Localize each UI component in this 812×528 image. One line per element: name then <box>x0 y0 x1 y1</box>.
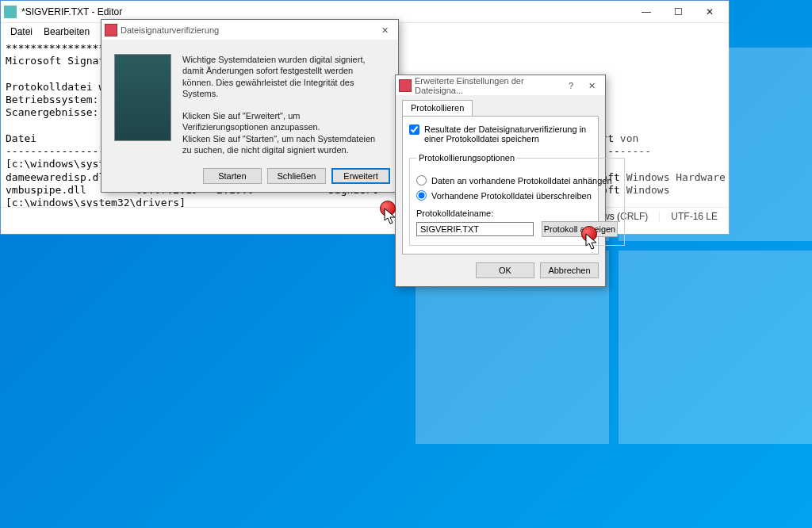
overwrite-label: Vorhandene Protokolldatei überschreiben <box>431 191 592 201</box>
titlebar[interactable]: Erweiterte Einstellungen der Dateisigna.… <box>396 75 605 95</box>
dialog-graphic <box>114 54 171 141</box>
save-log-label: Resultate der Dateisignaturverifizierung… <box>424 124 592 143</box>
start-button[interactable]: Starten <box>203 168 262 184</box>
cursor-icon <box>585 233 599 252</box>
menu-file[interactable]: Datei <box>6 25 37 39</box>
advanced-settings-dialog: Erweiterte Einstellungen der Dateisigna.… <box>395 75 606 287</box>
dialog-para2: Klicken Sie auf "Erweitert", um Verifizi… <box>182 110 385 155</box>
window-title: Erweiterte Einstellungen der Dateisigna.… <box>415 76 561 95</box>
notepad-icon <box>4 6 17 18</box>
ok-button[interactable]: OK <box>476 262 534 278</box>
close-icon[interactable]: ✕ <box>581 78 602 94</box>
filename-input[interactable] <box>416 222 534 236</box>
group-label: Protokollierungsoptionen <box>416 153 517 163</box>
filename-label: Protokolldateiname: <box>416 209 618 218</box>
app-icon <box>105 24 117 36</box>
append-radio[interactable] <box>416 175 427 186</box>
close-button[interactable]: Schließen <box>267 168 326 184</box>
dialog-para1: Wichtige Systemdateien wurden digital si… <box>182 54 385 99</box>
save-log-checkbox[interactable] <box>409 124 419 135</box>
show-log-button[interactable]: Protokoll anzeigen <box>542 221 618 237</box>
maximize-icon[interactable]: ☐ <box>662 2 694 22</box>
minimize-icon[interactable]: — <box>630 2 662 22</box>
close-icon[interactable]: ✕ <box>694 2 726 22</box>
advanced-button[interactable]: Erweitert <box>331 168 390 184</box>
overwrite-radio[interactable] <box>416 190 427 201</box>
close-icon[interactable]: ✕ <box>374 22 395 38</box>
cancel-button[interactable]: Abbrechen <box>540 262 599 278</box>
app-icon <box>399 79 412 92</box>
titlebar[interactable]: Dateisignaturverifizierung ✕ <box>102 20 398 40</box>
tab-logging[interactable]: Protokollieren <box>402 100 473 116</box>
window-title: *SIGVERIF.TXT - Editor <box>21 6 630 17</box>
window-title: Dateisignaturverifizierung <box>121 25 374 35</box>
append-label: Daten an vorhandene Protokolldatei anhän… <box>431 176 612 186</box>
cursor-icon <box>384 208 398 227</box>
menu-edit[interactable]: Bearbeiten <box>39 25 94 39</box>
help-icon[interactable]: ? <box>561 78 581 94</box>
sigverif-dialog: Dateisignaturverifizierung ✕ Wichtige Sy… <box>101 19 399 193</box>
